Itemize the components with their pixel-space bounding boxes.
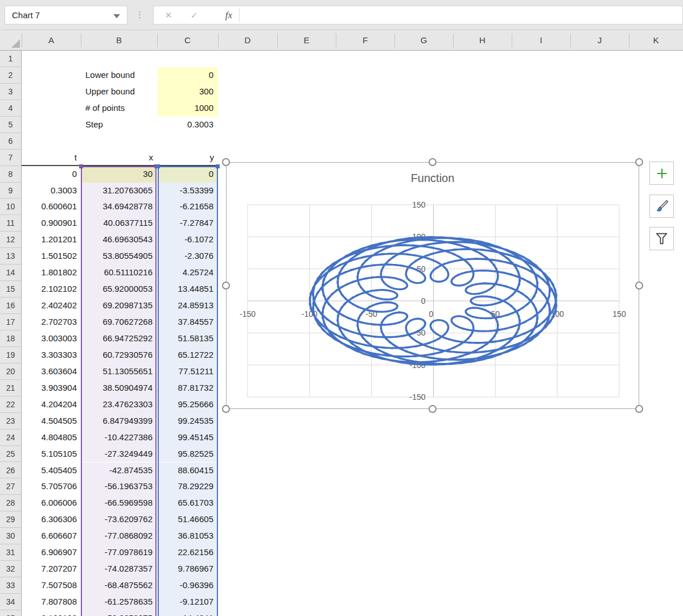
- column-header-D[interactable]: D: [218, 30, 277, 50]
- row-header-19[interactable]: 19: [0, 347, 21, 363]
- row-header-3[interactable]: 3: [0, 84, 21, 100]
- column-header-F[interactable]: F: [336, 30, 394, 50]
- row-header-32[interactable]: 32: [0, 561, 21, 577]
- toolbar-drag-handle-icon[interactable]: ⋮: [135, 5, 143, 24]
- cell-A22[interactable]: 4.204204: [22, 396, 81, 413]
- cell-A25[interactable]: 5.105105: [22, 446, 81, 462]
- cell-C2[interactable]: 0: [158, 67, 218, 84]
- cell-A32[interactable]: 7.207207: [22, 561, 81, 577]
- cell-A10[interactable]: 0.600601: [22, 199, 81, 215]
- row-header-20[interactable]: 20: [0, 363, 21, 380]
- select-all-corner[interactable]: [0, 30, 22, 50]
- column-header-A[interactable]: A: [22, 30, 81, 50]
- row-header-33[interactable]: 33: [0, 577, 21, 594]
- row-header-15[interactable]: 15: [0, 281, 21, 297]
- row-header-24[interactable]: 24: [0, 429, 21, 446]
- y-axis-label[interactable]: -150: [409, 392, 425, 402]
- cell-A24[interactable]: 4.804805: [22, 429, 81, 446]
- column-header-K[interactable]: K: [629, 30, 683, 50]
- cell-A9[interactable]: 0.3003: [22, 183, 81, 199]
- cell-A31[interactable]: 6.906907: [22, 544, 81, 561]
- series-range-border-x[interactable]: [81, 166, 157, 616]
- column-header-C[interactable]: C: [157, 30, 218, 50]
- x-axis-label[interactable]: -150: [240, 309, 256, 319]
- row-header-13[interactable]: 13: [0, 248, 21, 264]
- row-header-1[interactable]: 1: [0, 51, 21, 67]
- row-header-25[interactable]: 25: [0, 446, 21, 462]
- selection-handle[interactable]: [222, 282, 230, 290]
- cell-A17[interactable]: 2.702703: [22, 314, 81, 330]
- y-axis-label[interactable]: 150: [412, 200, 426, 209]
- column-header-H[interactable]: H: [453, 30, 512, 50]
- x-axis-label[interactable]: 150: [612, 309, 626, 319]
- cell-A29[interactable]: 6.306306: [22, 511, 81, 528]
- cell-B7[interactable]: x: [81, 150, 157, 166]
- column-header-E[interactable]: E: [277, 30, 336, 50]
- selection-handle[interactable]: [222, 405, 230, 413]
- cell-A7[interactable]: t: [22, 150, 81, 166]
- row-header-34[interactable]: 34: [0, 594, 21, 610]
- cell-A34[interactable]: 7.807808: [22, 594, 81, 610]
- formula-input[interactable]: [240, 6, 681, 24]
- selection-handle[interactable]: [222, 158, 230, 166]
- row-header-27[interactable]: 27: [0, 478, 21, 495]
- column-header-B[interactable]: B: [81, 30, 157, 50]
- cell-A13[interactable]: 1.501502: [22, 248, 81, 264]
- cell-A35[interactable]: 8.108108: [22, 610, 81, 616]
- cell-C7[interactable]: y: [157, 150, 218, 166]
- selection-handle[interactable]: [635, 405, 643, 413]
- x-axis-label[interactable]: 0: [429, 309, 434, 319]
- chart-title[interactable]: Function: [227, 172, 639, 185]
- range-handle[interactable]: [216, 164, 220, 168]
- row-header-23[interactable]: 23: [0, 413, 21, 429]
- cell-A12[interactable]: 1.201201: [22, 231, 81, 248]
- cell-A19[interactable]: 3.303303: [22, 347, 81, 363]
- column-header-I[interactable]: I: [512, 30, 570, 50]
- plot-area[interactable]: -150-100-50050100150150100500-50-100-150: [248, 205, 619, 397]
- row-header-9[interactable]: 9: [0, 183, 21, 199]
- name-box-dropdown-icon[interactable]: [113, 14, 120, 18]
- row-header-2[interactable]: 2: [0, 67, 21, 84]
- chart-styles-button[interactable]: [649, 195, 674, 218]
- cell-A8[interactable]: 0: [22, 166, 81, 183]
- row-header-30[interactable]: 30: [0, 528, 21, 544]
- row-header-12[interactable]: 12: [0, 231, 21, 248]
- row-header-16[interactable]: 16: [0, 297, 21, 314]
- cell-A14[interactable]: 1.801802: [22, 264, 81, 281]
- cell-B3[interactable]: Upper bound: [82, 84, 157, 100]
- selection-handle[interactable]: [635, 158, 643, 166]
- name-box[interactable]: Chart 7: [5, 6, 127, 24]
- cell-A21[interactable]: 3.903904: [22, 380, 81, 396]
- cell-B5[interactable]: Step: [82, 117, 157, 133]
- cell-A20[interactable]: 3.603604: [22, 363, 81, 380]
- cell-A15[interactable]: 2.102102: [22, 281, 81, 297]
- chart-filters-button[interactable]: [649, 227, 674, 250]
- row-header-26[interactable]: 26: [0, 462, 21, 479]
- row-header-22[interactable]: 22: [0, 396, 21, 413]
- cell-A18[interactable]: 3.003003: [22, 330, 81, 347]
- cell-C4[interactable]: 1000: [158, 100, 218, 117]
- row-header-4[interactable]: 4: [0, 100, 21, 117]
- selection-handle[interactable]: [429, 405, 437, 413]
- range-handle[interactable]: [156, 164, 160, 168]
- row-header-18[interactable]: 18: [0, 330, 21, 347]
- row-header-6[interactable]: 6: [0, 133, 21, 150]
- cell-A26[interactable]: 5.405405: [22, 462, 81, 479]
- selection-handle[interactable]: [429, 158, 437, 166]
- series-range-border-y[interactable]: [158, 166, 218, 616]
- range-handle[interactable]: [79, 164, 83, 168]
- row-header-31[interactable]: 31: [0, 544, 21, 561]
- row-header-8[interactable]: 8: [0, 166, 21, 183]
- column-header-J[interactable]: J: [570, 30, 629, 50]
- cancel-icon[interactable]: ✕: [160, 6, 177, 24]
- row-header-35[interactable]: 35: [0, 610, 21, 616]
- enter-icon[interactable]: ✓: [186, 6, 203, 24]
- cell-A30[interactable]: 6.606607: [22, 528, 81, 544]
- chart-elements-button[interactable]: [649, 162, 674, 185]
- cell-C5[interactable]: 0.3003: [158, 117, 218, 133]
- cell-A33[interactable]: 7.507508: [22, 577, 81, 594]
- cell-A23[interactable]: 4.504505: [22, 413, 81, 429]
- cell-A11[interactable]: 0.900901: [22, 215, 81, 231]
- column-header-G[interactable]: G: [394, 30, 453, 50]
- y-axis-label[interactable]: 0: [421, 296, 426, 305]
